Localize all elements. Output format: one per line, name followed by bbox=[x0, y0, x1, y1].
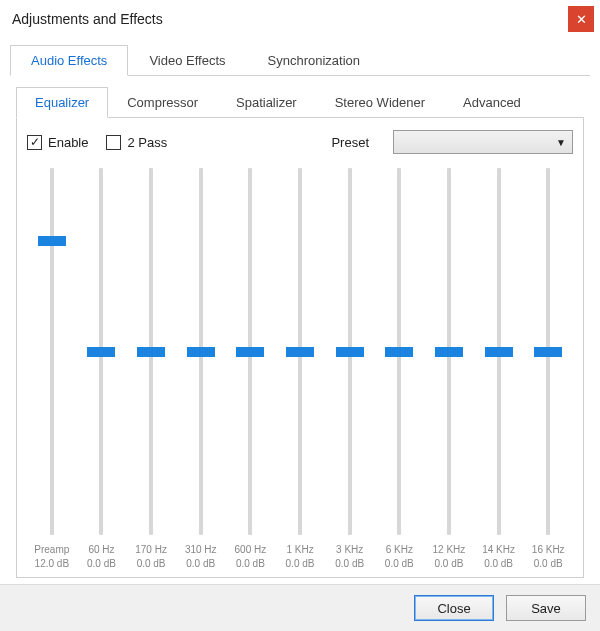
preamp-band: Preamp 12.0 dB bbox=[27, 168, 77, 571]
subtab-advanced[interactable]: Advanced bbox=[444, 87, 540, 118]
slider-thumb[interactable] bbox=[187, 347, 215, 357]
subtab-label: Equalizer bbox=[35, 95, 89, 110]
eq-band: 6 KHz0.0 dB bbox=[374, 168, 424, 571]
slider-thumb[interactable] bbox=[435, 347, 463, 357]
tab-audio-effects[interactable]: Audio Effects bbox=[10, 45, 128, 76]
equalizer-controls-row: ✓ Enable 2 Pass Preset ▼ bbox=[27, 130, 573, 154]
twopass-checkbox[interactable]: 2 Pass bbox=[106, 135, 167, 150]
band-value: 0.0 dB bbox=[532, 557, 565, 571]
tab-label: Audio Effects bbox=[31, 53, 107, 68]
band-frequency: 1 KHz bbox=[286, 543, 315, 557]
subtab-label: Compressor bbox=[127, 95, 198, 110]
band-frequency: 600 Hz bbox=[235, 543, 267, 557]
slider-thumb[interactable] bbox=[385, 347, 413, 357]
band-frequency: 60 Hz bbox=[87, 543, 116, 557]
subtab-compressor[interactable]: Compressor bbox=[108, 87, 217, 118]
band-labels: 310 Hz0.0 dB bbox=[185, 543, 217, 571]
button-label: Close bbox=[437, 601, 470, 616]
eq-band: 16 KHz0.0 dB bbox=[523, 168, 573, 571]
band-labels: 60 Hz0.0 dB bbox=[87, 543, 116, 571]
twopass-label: 2 Pass bbox=[127, 135, 167, 150]
audio-effects-body: Equalizer Compressor Spatializer Stereo … bbox=[10, 76, 590, 584]
band-labels: 600 Hz0.0 dB bbox=[235, 543, 267, 571]
preamp-value: 12.0 dB bbox=[34, 557, 69, 571]
slider-thumb[interactable] bbox=[236, 347, 264, 357]
band-labels: 14 KHz0.0 dB bbox=[482, 543, 515, 571]
band-frequency: 16 KHz bbox=[532, 543, 565, 557]
subtab-label: Spatializer bbox=[236, 95, 297, 110]
audio-subtabstrip: Equalizer Compressor Spatializer Stereo … bbox=[16, 86, 584, 118]
tab-label: Video Effects bbox=[149, 53, 225, 68]
eq-slider[interactable] bbox=[275, 168, 325, 535]
preset-label: Preset bbox=[331, 135, 369, 150]
eq-slider[interactable] bbox=[126, 168, 176, 535]
slider-rail bbox=[50, 168, 54, 535]
band-labels: 3 KHz0.0 dB bbox=[335, 543, 364, 571]
content-area: Audio Effects Video Effects Synchronizat… bbox=[0, 38, 600, 584]
window: Adjustments and Effects ✕ Audio Effects … bbox=[0, 0, 600, 631]
eq-band: 3 KHz0.0 dB bbox=[325, 168, 375, 571]
band-labels: 6 KHz0.0 dB bbox=[385, 543, 414, 571]
enable-label: Enable bbox=[48, 135, 88, 150]
slider-thumb[interactable] bbox=[534, 347, 562, 357]
band-frequency: 14 KHz bbox=[482, 543, 515, 557]
subtab-label: Stereo Widener bbox=[335, 95, 425, 110]
preamp-slider[interactable] bbox=[27, 168, 77, 535]
eq-slider[interactable] bbox=[374, 168, 424, 535]
subtab-stereo-widener[interactable]: Stereo Widener bbox=[316, 87, 444, 118]
equalizer-panel: ✓ Enable 2 Pass Preset ▼ bbox=[16, 118, 584, 578]
band-value: 0.0 dB bbox=[235, 557, 267, 571]
band-frequency: 170 Hz bbox=[135, 543, 167, 557]
enable-checkbox[interactable]: ✓ Enable bbox=[27, 135, 88, 150]
equalizer-sliders: Preamp 12.0 dB 60 Hz0.0 dB170 Hz0.0 dB31… bbox=[27, 168, 573, 571]
band-value: 0.0 dB bbox=[135, 557, 167, 571]
band-value: 0.0 dB bbox=[433, 557, 466, 571]
band-frequency: 310 Hz bbox=[185, 543, 217, 557]
eq-slider[interactable] bbox=[226, 168, 276, 535]
band-labels: 170 Hz0.0 dB bbox=[135, 543, 167, 571]
dialog-footer: Close Save bbox=[0, 584, 600, 631]
eq-band: 60 Hz0.0 dB bbox=[77, 168, 127, 571]
preset-dropdown[interactable]: ▼ bbox=[393, 130, 573, 154]
close-icon: ✕ bbox=[576, 12, 587, 27]
close-button[interactable]: Close bbox=[414, 595, 494, 621]
subtab-spatializer[interactable]: Spatializer bbox=[217, 87, 316, 118]
band-frequency: 3 KHz bbox=[335, 543, 364, 557]
slider-thumb[interactable] bbox=[137, 347, 165, 357]
band-labels: 1 KHz0.0 dB bbox=[286, 543, 315, 571]
save-button[interactable]: Save bbox=[506, 595, 586, 621]
tab-video-effects[interactable]: Video Effects bbox=[128, 45, 246, 76]
band-value: 0.0 dB bbox=[87, 557, 116, 571]
band-labels: 12 KHz0.0 dB bbox=[433, 543, 466, 571]
eq-slider[interactable] bbox=[523, 168, 573, 535]
band-frequency: 12 KHz bbox=[433, 543, 466, 557]
band-value: 0.0 dB bbox=[385, 557, 414, 571]
eq-band: 310 Hz0.0 dB bbox=[176, 168, 226, 571]
eq-slider[interactable] bbox=[325, 168, 375, 535]
slider-thumb[interactable] bbox=[336, 347, 364, 357]
window-close-button[interactable]: ✕ bbox=[568, 6, 594, 32]
eq-slider[interactable] bbox=[474, 168, 524, 535]
eq-slider[interactable] bbox=[176, 168, 226, 535]
checkbox-box bbox=[106, 135, 121, 150]
eq-band: 600 Hz0.0 dB bbox=[226, 168, 276, 571]
button-label: Save bbox=[531, 601, 561, 616]
eq-band: 14 KHz0.0 dB bbox=[474, 168, 524, 571]
tab-synchronization[interactable]: Synchronization bbox=[247, 45, 382, 76]
subtab-equalizer[interactable]: Equalizer bbox=[16, 87, 108, 118]
band-value: 0.0 dB bbox=[482, 557, 515, 571]
eq-slider[interactable] bbox=[77, 168, 127, 535]
band-labels: 16 KHz0.0 dB bbox=[532, 543, 565, 571]
slider-thumb[interactable] bbox=[38, 236, 66, 246]
titlebar: Adjustments and Effects ✕ bbox=[0, 0, 600, 38]
main-tabstrip: Audio Effects Video Effects Synchronizat… bbox=[10, 44, 590, 76]
preamp-label: Preamp bbox=[34, 543, 69, 557]
checkbox-box: ✓ bbox=[27, 135, 42, 150]
eq-slider[interactable] bbox=[424, 168, 474, 535]
slider-thumb[interactable] bbox=[286, 347, 314, 357]
band-value: 0.0 dB bbox=[335, 557, 364, 571]
slider-thumb[interactable] bbox=[485, 347, 513, 357]
slider-thumb[interactable] bbox=[87, 347, 115, 357]
subtab-label: Advanced bbox=[463, 95, 521, 110]
eq-band: 12 KHz0.0 dB bbox=[424, 168, 474, 571]
